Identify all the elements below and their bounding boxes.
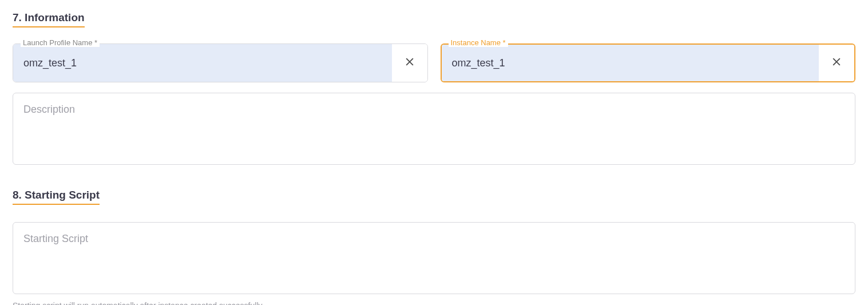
instance-name-clear-button[interactable] xyxy=(819,45,854,81)
starting-script-helper: Starting script will run automatically a… xyxy=(13,301,855,305)
launch-profile-input-box xyxy=(13,43,428,82)
launch-profile-input[interactable] xyxy=(13,44,392,82)
close-icon xyxy=(831,56,842,70)
launch-profile-field: Launch Profile Name * xyxy=(13,43,428,82)
section-title-information: 7. Information xyxy=(13,11,85,27)
instance-name-field: Instance Name * xyxy=(441,43,856,82)
instance-name-input-box xyxy=(441,43,856,82)
instance-name-input[interactable] xyxy=(442,45,819,81)
launch-profile-clear-button[interactable] xyxy=(392,44,427,82)
description-input[interactable] xyxy=(13,93,855,165)
name-fields-row: Launch Profile Name * Instance Name * xyxy=(13,43,855,82)
section-title-starting-script: 8. Starting Script xyxy=(13,189,100,205)
starting-script-input[interactable] xyxy=(13,222,855,294)
starting-script-field: Starting script will run automatically a… xyxy=(13,222,855,305)
section-starting-script: 8. Starting Script Starting script will … xyxy=(13,189,855,305)
launch-profile-label: Launch Profile Name * xyxy=(21,38,100,47)
close-icon xyxy=(404,56,415,70)
description-field xyxy=(13,93,855,167)
instance-name-label: Instance Name * xyxy=(449,38,508,47)
section-information: 7. Information Launch Profile Name * Ins… xyxy=(13,11,855,167)
